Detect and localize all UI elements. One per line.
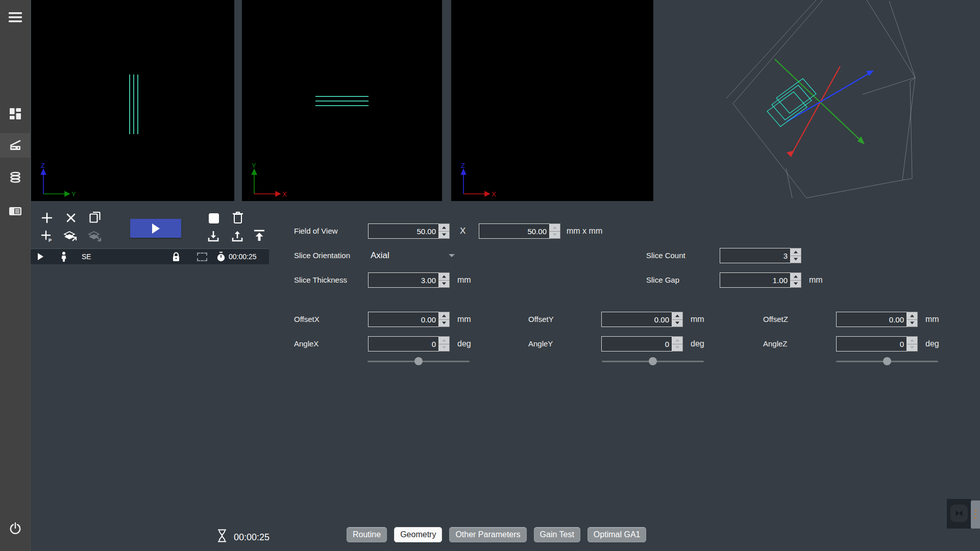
dashboard-icon[interactable] xyxy=(0,102,30,126)
fov-unit: mm x mm xyxy=(567,223,602,239)
viewport-zy[interactable]: Z Y xyxy=(31,0,234,201)
fov-x-input[interactable] xyxy=(368,223,439,239)
horizontal-axis-label: X xyxy=(282,190,287,198)
angle-z-slider[interactable] xyxy=(836,357,938,366)
power-icon[interactable] xyxy=(0,516,30,541)
handle-dot xyxy=(975,510,976,512)
offset-y-spinner[interactable] xyxy=(672,312,683,327)
add-protocol-icon[interactable]: P xyxy=(39,229,55,244)
fov-y-spinner[interactable] xyxy=(550,223,560,239)
fov-y-input[interactable] xyxy=(479,223,550,239)
slice-orientation-value: Axial xyxy=(371,251,389,261)
tab-geometry[interactable]: Geometry xyxy=(394,527,442,542)
tab-gain-test[interactable]: Gain Test xyxy=(534,527,580,542)
slice-line xyxy=(129,74,130,134)
add-icon[interactable] xyxy=(39,210,55,226)
sidebar xyxy=(0,0,31,551)
overlay-handle[interactable] xyxy=(971,500,980,529)
fov-label: Field of View xyxy=(294,223,338,239)
offset-z-label: OffsetZ xyxy=(763,312,788,327)
slice-thickness-input[interactable] xyxy=(368,272,439,288)
slice-gap-input[interactable] xyxy=(720,272,791,288)
slice-count-input[interactable] xyxy=(720,248,791,263)
offset-z-spinner[interactable] xyxy=(907,312,918,327)
selection-box-icon[interactable] xyxy=(197,249,207,264)
slice-thickness-label: Slice Thickness xyxy=(294,272,347,288)
layers-export-icon[interactable] xyxy=(62,229,78,244)
offset-y-unit: mm xyxy=(691,312,704,327)
sequence-row[interactable]: SE 00:00:25 xyxy=(31,248,269,264)
viewport-zx[interactable]: Z X xyxy=(451,0,653,201)
copy-icon[interactable] xyxy=(87,209,103,224)
sequence-name: SE xyxy=(82,249,91,264)
trash-icon[interactable] xyxy=(230,210,246,225)
angle-z-label: AngleZ xyxy=(763,336,788,352)
overlay-app-button[interactable] xyxy=(950,505,968,522)
publish-icon[interactable] xyxy=(252,228,267,243)
slider-thumb[interactable] xyxy=(883,357,891,365)
fov-separator: X xyxy=(460,223,465,239)
database-icon[interactable] xyxy=(0,165,30,190)
tab-optimal-ga1[interactable]: Optimal GA1 xyxy=(587,527,647,542)
records-icon[interactable] xyxy=(0,199,30,223)
offset-x-unit: mm xyxy=(457,312,471,327)
scanner-icon[interactable] xyxy=(0,133,30,158)
angle-x-label: AngleX xyxy=(294,336,318,352)
play-icon xyxy=(152,223,160,234)
slice-thickness-unit: mm xyxy=(457,272,471,288)
svg-text:P: P xyxy=(48,238,52,243)
slice-gap-spinner[interactable] xyxy=(791,272,801,288)
slice-line xyxy=(315,105,369,106)
menu-icon[interactable] xyxy=(0,5,30,30)
angle-x-unit: deg xyxy=(457,336,471,352)
upload-icon[interactable] xyxy=(230,229,245,244)
angle-y-slider[interactable] xyxy=(602,357,704,366)
viewport-3d[interactable] xyxy=(709,0,980,214)
slice-gap-unit: mm xyxy=(809,272,823,288)
slider-thumb[interactable] xyxy=(414,357,423,365)
angle-y-label: AngleY xyxy=(528,336,553,352)
elapsed-time: 00:00:25 xyxy=(234,532,270,543)
download-icon[interactable] xyxy=(206,229,221,244)
slice-orientation-select[interactable]: Axial xyxy=(371,248,455,263)
offset-x-input[interactable] xyxy=(368,312,439,327)
slice-count-label: Slice Count xyxy=(646,248,685,263)
angle-y-spinner[interactable] xyxy=(672,336,683,352)
angle-y-group xyxy=(601,336,683,352)
offset-z-unit: mm xyxy=(925,312,939,327)
slice-count-spinner[interactable] xyxy=(791,248,801,263)
stop-icon[interactable] xyxy=(206,211,222,226)
offset-y-input[interactable] xyxy=(601,312,672,327)
handle-dot xyxy=(975,517,976,519)
angle-z-input[interactable] xyxy=(836,336,907,352)
run-button[interactable] xyxy=(130,219,181,238)
tab-other-parameters[interactable]: Other Parameters xyxy=(449,527,526,542)
offset-y-label: OffsetY xyxy=(528,312,554,327)
viewport-yx[interactable]: Y X xyxy=(242,0,442,201)
fov-x-spinner[interactable] xyxy=(439,223,450,239)
offset-z-input[interactable] xyxy=(836,312,907,327)
sequence-play-icon[interactable] xyxy=(38,249,43,264)
horizontal-axis-label: X xyxy=(492,190,496,198)
axis-indicator: Z X xyxy=(455,162,506,199)
slider-thumb[interactable] xyxy=(649,357,657,365)
lock-icon[interactable] xyxy=(172,249,181,264)
offset-x-group xyxy=(368,312,450,327)
tab-routine[interactable]: Routine xyxy=(347,527,387,542)
angle-y-input[interactable] xyxy=(601,336,672,352)
slice-count-group xyxy=(720,248,801,263)
chevron-down-icon xyxy=(449,254,455,257)
offset-x-spinner[interactable] xyxy=(439,312,450,327)
angle-z-group xyxy=(836,336,918,352)
offset-x-label: OffsetX xyxy=(294,312,320,327)
angle-x-group xyxy=(368,336,450,352)
angle-x-slider[interactable] xyxy=(368,357,470,366)
remove-icon[interactable] xyxy=(63,210,79,226)
angle-x-input[interactable] xyxy=(368,336,439,352)
axis-indicator: Z Y xyxy=(35,162,86,199)
angle-z-spinner[interactable] xyxy=(907,336,918,352)
person-icon xyxy=(60,249,67,264)
slice-gap-group xyxy=(720,272,801,288)
angle-x-spinner[interactable] xyxy=(439,336,450,352)
slice-thickness-spinner[interactable] xyxy=(439,272,450,288)
